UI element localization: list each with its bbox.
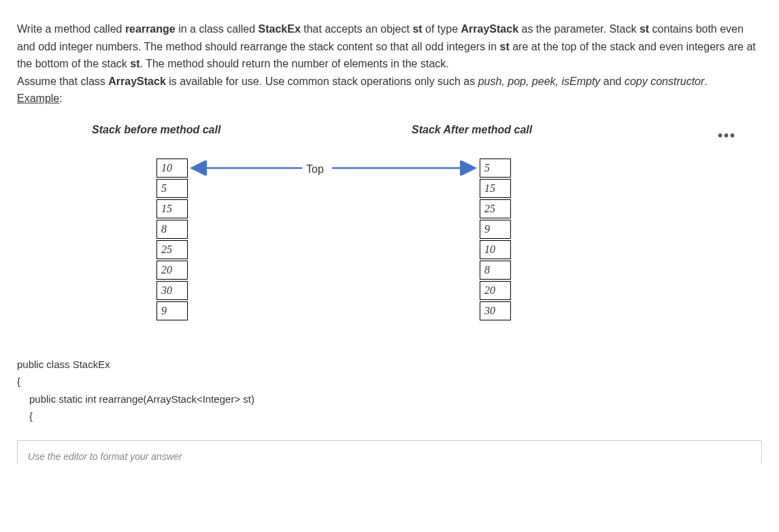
stack-cell: 25 bbox=[156, 240, 188, 259]
after-heading: Stack After method call bbox=[412, 121, 532, 139]
stack-after: 5 15 25 9 10 8 20 30 bbox=[480, 159, 511, 322]
stack-cell: 15 bbox=[480, 179, 511, 198]
stack-cell: 10 bbox=[480, 240, 511, 259]
stack-cell: 25 bbox=[480, 199, 511, 218]
paragraph-1: Write a method called rearrange in a cla… bbox=[17, 20, 762, 73]
stack-cell: 30 bbox=[156, 281, 188, 300]
example-label: Example: bbox=[17, 90, 762, 107]
stack-cell: 30 bbox=[480, 301, 511, 320]
stack-cell: 9 bbox=[156, 301, 188, 320]
top-label: Top bbox=[306, 161, 324, 178]
code-line: public class StackEx bbox=[17, 356, 762, 373]
paragraph-2: Assume that class ArrayStack is availabl… bbox=[17, 73, 762, 90]
editor-placeholder-text: Use the editor to format your answer bbox=[28, 451, 182, 462]
stack-diagram: Stack before method call Stack After met… bbox=[17, 121, 762, 332]
code-line: public static int rearrange(ArrayStack<I… bbox=[17, 390, 762, 408]
code-line: { bbox=[17, 408, 762, 425]
stack-cell: 5 bbox=[480, 159, 511, 178]
stack-cell: 9 bbox=[480, 220, 511, 239]
stack-before: 10 5 15 8 25 20 30 9 bbox=[156, 159, 188, 322]
stack-cell: 10 bbox=[156, 159, 188, 178]
before-heading: Stack before method call bbox=[92, 121, 220, 139]
code-line: { bbox=[17, 373, 762, 390]
code-snippet: public class StackEx { public static int… bbox=[17, 356, 762, 425]
stack-cell: 20 bbox=[480, 281, 511, 300]
more-options-icon[interactable]: ••• bbox=[718, 124, 736, 146]
question-description: Write a method called rearrange in a cla… bbox=[17, 20, 762, 107]
stack-cell: 8 bbox=[156, 220, 188, 239]
stack-cell: 15 bbox=[156, 199, 188, 218]
stack-cell: 5 bbox=[156, 179, 188, 198]
top-arrow-icon bbox=[188, 161, 479, 176]
stack-cell: 8 bbox=[480, 261, 511, 280]
answer-editor[interactable]: Use the editor to format your answer bbox=[17, 440, 762, 463]
stack-cell: 20 bbox=[156, 261, 188, 280]
